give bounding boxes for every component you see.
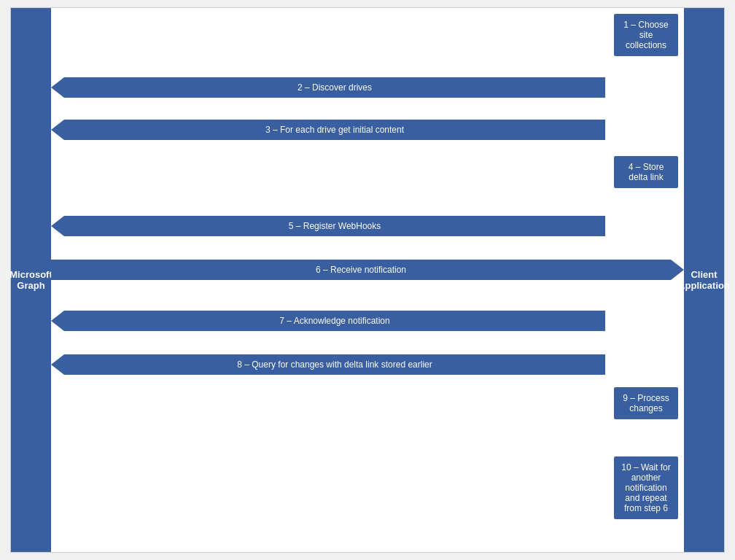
box-store-delta-link: 4 – Store delta link: [614, 156, 678, 188]
arrow-initial-content: 3 – For each drive get initial content: [64, 120, 605, 140]
arrow3-text: 3 – For each drive get initial content: [265, 125, 404, 135]
box1-text: 1 – Choose site collections: [623, 20, 668, 50]
arrow-acknowledge-notification: 7 – Acknowledge notification: [64, 311, 605, 331]
diagram-container: Microsoft Graph Client Application 1 – C…: [10, 7, 725, 553]
arrow-receive-notification: 6 – Receive notification: [51, 260, 671, 280]
arrow5-text: 5 – Register WebHooks: [289, 221, 381, 231]
left-label: Microsoft Graph: [11, 8, 51, 552]
arrow6-text: 6 – Receive notification: [316, 265, 406, 275]
box-choose-site-collections: 1 – Choose site collections: [614, 14, 678, 56]
left-column-text: Microsoft Graph: [9, 269, 52, 291]
box10-text: 10 – Wait for another notification and r…: [621, 462, 671, 513]
box4-text: 4 – Store delta link: [629, 162, 664, 182]
box-wait-notification: 10 – Wait for another notification and r…: [614, 456, 678, 519]
arrow-register-webhooks: 5 – Register WebHooks: [64, 216, 605, 236]
arrow2-text: 2 – Discover drives: [298, 82, 372, 93]
right-column-text: Client Application: [678, 269, 730, 291]
box-process-changes: 9 – Process changes: [614, 387, 678, 419]
box9-text: 9 – Process changes: [623, 393, 669, 413]
right-label: Client Application: [684, 8, 724, 552]
arrow-discover-drives: 2 – Discover drives: [64, 77, 605, 98]
arrow-query-changes: 8 – Query for changes with delta link st…: [64, 354, 605, 375]
arrow8-text: 8 – Query for changes with delta link st…: [237, 359, 432, 370]
content-area: 1 – Choose site collections 2 – Discover…: [51, 8, 684, 552]
arrow7-text: 7 – Acknowledge notification: [279, 316, 389, 326]
